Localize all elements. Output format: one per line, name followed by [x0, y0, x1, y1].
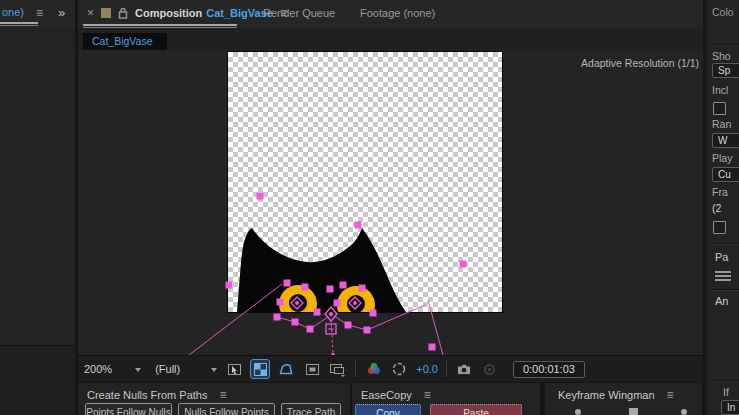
nulls-follow-points-button[interactable]: Nulls Follow Points [178, 403, 275, 415]
left-panel-tab[interactable]: one) [2, 6, 24, 18]
exposure-value[interactable]: +0.0 [416, 363, 438, 375]
ease-copy-copy-button[interactable]: Copy [355, 404, 421, 415]
panel-create-nulls: Create Nulls From Paths≡ Points Follow N… [78, 383, 350, 415]
include-checkbox[interactable] [713, 102, 726, 115]
viewer-area: Adaptive Resolution (1/1) [78, 50, 703, 355]
right-divider [710, 243, 739, 244]
tab-footage[interactable]: Footage (none) [360, 7, 435, 19]
panel-menu-icon[interactable]: ≡ [424, 388, 431, 402]
wingman-control-icon[interactable] [629, 408, 638, 415]
panel-title-row: Create Nulls From Paths≡ [87, 388, 226, 402]
include-label: Incl [712, 84, 728, 96]
points-follow-nulls-button[interactable]: Points Follow Nulls [85, 403, 172, 415]
show-dropdown[interactable]: Sp [712, 63, 739, 78]
vertex-handles [226, 193, 467, 351]
create-nulls-title: Create Nulls From Paths [87, 389, 207, 401]
left-tab-underline [0, 22, 38, 26]
current-time-field[interactable]: 0:00:01:03 [513, 361, 585, 378]
take-snapshot-camera-icon[interactable] [455, 360, 473, 378]
magnification-dropdown[interactable]: 200% [84, 363, 141, 375]
grid-guides-options-icon[interactable] [225, 360, 243, 378]
range-dropdown[interactable]: W [712, 133, 739, 148]
show-snapshot-icon[interactable] [481, 360, 499, 378]
transparency-grid-toggle-icon[interactable] [251, 360, 269, 378]
left-panel-menu-icon[interactable]: ≡ [36, 6, 43, 20]
panel-keyframe-wingman: Keyframe Wingman≡ [545, 383, 702, 415]
chevron-down-icon [211, 368, 217, 372]
frame-rate-label: Fra [712, 186, 728, 198]
viewer-tab-strip: Cat_BigVase [78, 28, 703, 50]
range-label: Ran [712, 118, 731, 130]
right-checkbox[interactable] [713, 221, 726, 234]
panel-menu-icon[interactable]: ≡ [667, 388, 674, 402]
trace-path-button[interactable]: Trace Path [281, 403, 341, 415]
mask-visibility-toggle-icon[interactable] [277, 360, 295, 378]
tab-render-queue[interactable]: Render Queue [263, 7, 335, 19]
right-divider [710, 380, 739, 381]
wingman-control-icon[interactable] [575, 409, 581, 415]
left-panel-tab-strip: one) ≡ » [0, 0, 75, 28]
play-label: Play [712, 152, 732, 164]
region-of-interest-icon[interactable] [303, 360, 321, 378]
frame-rate-value: (2 [712, 202, 721, 214]
toolbar-separator [446, 361, 447, 377]
ease-copy-paste-button[interactable]: Paste [430, 404, 522, 415]
left-panel-bottom [0, 346, 75, 415]
show-channel-icon[interactable] [364, 360, 382, 378]
after-effects-window: one) ≡ » × Composition Cat_BigVase ≡ [0, 0, 739, 415]
chevron-down-icon [135, 368, 141, 372]
view-layout-dropdown-icon[interactable] [329, 360, 347, 378]
motion-path-lines [189, 284, 443, 355]
right-bottom-label: If [723, 386, 729, 398]
right-bottom-field[interactable]: In [721, 400, 739, 415]
tab-composition[interactable]: × Composition Cat_BigVase ≡ [83, 0, 291, 25]
right-panel-strip: Colo Sho Sp Incl Ran W Play Cu Fra (2 Pa… [707, 0, 739, 415]
right-panel3-title: An [715, 295, 728, 307]
hamburger-menu-icon[interactable] [715, 271, 731, 273]
tab-composition-label: Composition [135, 7, 202, 19]
panel-menu-icon[interactable]: ≡ [219, 388, 226, 402]
panel-overflow-icon[interactable]: » [58, 5, 63, 20]
lock-icon [118, 7, 128, 19]
adjust-exposure-icon[interactable] [390, 360, 408, 378]
ease-copy-title: EaseCopy [361, 389, 412, 401]
panel-title-row: EaseCopy≡ [361, 388, 431, 402]
composition-panel: × Composition Cat_BigVase ≡ Render Queue… [78, 0, 703, 382]
right-divider [710, 44, 739, 45]
selection-handles[interactable] [78, 50, 703, 355]
keyframe-wingman-title: Keyframe Wingman [558, 389, 655, 401]
right-tab-color[interactable]: Colo [712, 6, 734, 18]
panel-title-row: Keyframe Wingman≡ [558, 388, 674, 402]
panel-ease-copy: EaseCopy≡ Copy Paste [352, 383, 540, 415]
tab-close-icon[interactable]: × [87, 6, 94, 20]
play-from-dropdown[interactable]: Cu [712, 167, 739, 182]
right-divider [710, 289, 739, 290]
resolution-dropdown[interactable]: (Full) [155, 363, 217, 375]
comp-color-swatch-icon [101, 8, 111, 18]
toolbar-separator [355, 361, 356, 377]
viewer-tab[interactable]: Cat_BigVase [83, 33, 167, 50]
right-panel2-title: Pa [715, 251, 728, 263]
left-panel: one) ≡ » [0, 0, 75, 415]
wingman-control-icon[interactable] [681, 409, 687, 415]
viewer-toolbar: 200% (Full) +0.0 [78, 355, 703, 382]
comp-tab-strip: × Composition Cat_BigVase ≡ Render Queue… [78, 0, 703, 28]
show-label: Sho [712, 50, 731, 62]
